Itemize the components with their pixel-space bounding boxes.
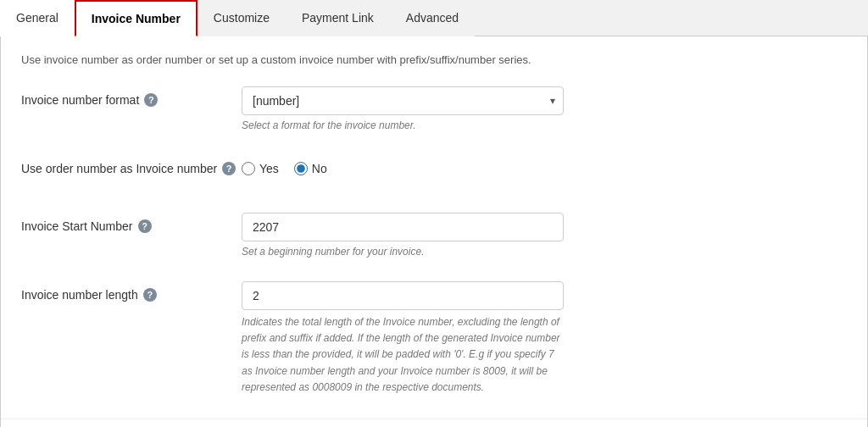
invoice-start-number-input[interactable] <box>242 213 564 241</box>
invoice-number-length-input[interactable] <box>242 281 564 310</box>
invoice-number-length-label-col: Invoice number length ? <box>21 281 242 302</box>
invoice-format-help-icon[interactable]: ? <box>144 93 158 107</box>
invoice-number-length-control: Indicates the total length of the Invoic… <box>242 281 847 396</box>
invoice-start-number-section: Invoice Start Number ? Set a beginning n… <box>21 213 847 258</box>
footer-bar: Save Invoice number settings <box>1 419 867 427</box>
radio-no-label: No <box>312 162 327 175</box>
use-order-number-section: Use order number as Invoice number ? Yes… <box>21 155 847 175</box>
tab-advanced[interactable]: Advanced <box>390 0 475 36</box>
invoice-format-label: Invoice number format <box>21 93 139 107</box>
invoice-format-control: [number] [prefix][number] [prefix][numbe… <box>242 86 847 131</box>
radio-yes-option[interactable]: Yes <box>242 162 279 175</box>
radio-no-option[interactable]: No <box>294 162 327 175</box>
use-order-number-help-icon[interactable]: ? <box>222 162 236 175</box>
use-order-number-control: Yes No <box>242 155 847 175</box>
radio-yes-label: Yes <box>259 162 279 175</box>
invoice-start-number-control: Set a beginning number for your invoice. <box>242 213 847 258</box>
content-area: Use invoice number as order number or se… <box>0 36 868 427</box>
use-order-number-row: Use order number as Invoice number ? Yes… <box>21 155 847 175</box>
invoice-start-number-row: Invoice Start Number ? Set a beginning n… <box>21 213 847 258</box>
invoice-start-number-hint: Set a beginning number for your invoice. <box>242 246 847 258</box>
invoice-number-format-section: Invoice number format ? [number] [prefix… <box>21 86 847 131</box>
radio-no-input[interactable] <box>294 162 308 175</box>
page-description: Use invoice number as order number or se… <box>21 53 847 66</box>
invoice-format-hint: Select a format for the invoice number. <box>242 119 847 131</box>
invoice-number-length-row: Invoice number length ? Indicates the to… <box>21 281 847 396</box>
use-order-number-radio-group: Yes No <box>242 155 847 175</box>
invoice-format-row: Invoice number format ? [number] [prefix… <box>21 86 847 131</box>
radio-yes-input[interactable] <box>242 162 255 175</box>
tab-customize[interactable]: Customize <box>198 0 286 36</box>
invoice-number-length-section: Invoice number length ? Indicates the to… <box>21 281 847 396</box>
invoice-start-number-label-col: Invoice Start Number ? <box>21 213 242 233</box>
invoice-number-length-label: Invoice number length <box>21 288 138 302</box>
page-wrapper: General Invoice Number Customize Payment… <box>0 0 868 427</box>
invoice-start-number-label: Invoice Start Number <box>21 219 133 233</box>
tabs-bar: General Invoice Number Customize Payment… <box>0 0 868 36</box>
invoice-number-length-hint: Indicates the total length of the Invoic… <box>242 314 564 396</box>
use-order-number-label-col: Use order number as Invoice number ? <box>21 155 242 175</box>
invoice-start-number-help-icon[interactable]: ? <box>138 219 152 233</box>
use-order-number-label: Use order number as Invoice number <box>21 162 217 175</box>
tab-payment-link[interactable]: Payment Link <box>286 0 390 36</box>
invoice-format-select[interactable]: [number] [prefix][number] [prefix][numbe… <box>242 86 564 115</box>
tab-invoice-number[interactable]: Invoice Number <box>75 0 198 36</box>
invoice-format-select-wrapper: [number] [prefix][number] [prefix][numbe… <box>242 86 564 115</box>
invoice-format-label-col: Invoice number format ? <box>21 86 242 107</box>
tab-general[interactable]: General <box>0 0 75 36</box>
invoice-number-length-help-icon[interactable]: ? <box>143 288 157 302</box>
